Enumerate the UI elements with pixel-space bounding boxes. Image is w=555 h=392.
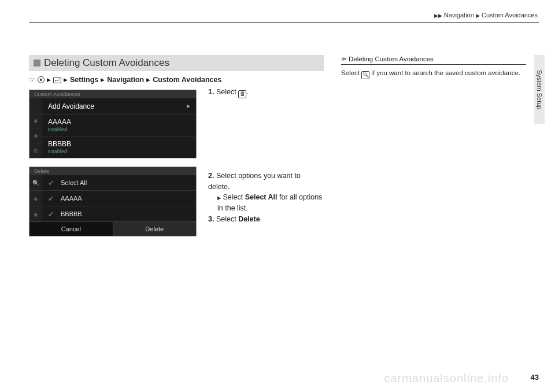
triangle-icon: ▶ [64, 77, 68, 83]
item-status: Enabled [48, 149, 190, 154]
triangle-icon: ▶ [146, 77, 150, 83]
scroll-dot-icon: ◆ [29, 128, 42, 143]
cancel-button: Cancel [29, 221, 113, 236]
item-label: AAAAA [48, 118, 71, 126]
scroll-dot-icon [29, 98, 42, 113]
triangle-icon: ▶ [476, 13, 480, 19]
check-icon: ✔ [48, 210, 56, 217]
path-segment: Navigation [107, 76, 144, 84]
divider [29, 22, 539, 23]
delete-button: Delete [113, 221, 197, 236]
scroll-dot-icon: ◆ [29, 113, 42, 128]
ss-title: Delete [29, 167, 196, 175]
scroll-dot-icon: ◆ [29, 191, 42, 206]
sidebar-note: ≫ Deleting Custom Avoidances Select 🔍 if… [341, 56, 526, 79]
triangle-icon: ▶ [101, 77, 105, 83]
item-label: Select All [61, 179, 87, 186]
screenshot-delete: Delete 🔍 ◆ ◆ ✔ Select All ✔ AAAAA ✔ BBBB… [29, 167, 197, 236]
page-number: 43 [531, 373, 539, 382]
section-title: Deleting Custom Avoidances [44, 57, 169, 69]
back-button-icon: ⮐ [53, 77, 61, 83]
step-number: 3. [208, 215, 214, 223]
breadcrumb-segment: Navigation [444, 12, 474, 19]
triangle-icon: ▶ [47, 77, 51, 83]
ss-left-column: 🔍 ◆ ◆ [29, 175, 42, 221]
list-item: ✔ AAAAA [42, 191, 196, 206]
item-label: Add Avoidance [48, 102, 94, 110]
list-item: AAAAA Enabled [42, 114, 196, 136]
path-segment: Settings [70, 76, 98, 84]
step-text-after: . [246, 88, 248, 96]
triangle-icon: ▶ [217, 195, 221, 201]
hand-icon: ☞ [29, 76, 35, 84]
navigation-path: ☞ ▶ ⮐ ▶ Settings ▶ Navigation ▶ Custom A… [29, 76, 324, 84]
screenshot-custom-avoidances: Custom Avoidances ◆ ◆ 🗑 Add Avoidance ▶ … [29, 90, 197, 158]
step-text: Select [216, 88, 238, 96]
triangle-icon: ▶ [434, 13, 438, 19]
list-item: ✔ Select All [42, 175, 196, 191]
list-item: ✔ BBBBB [42, 206, 196, 221]
list-item: BBBBB Enabled [42, 136, 196, 158]
breadcrumb: ▶▶ Navigation ▶ Custom Avoidances [434, 12, 538, 19]
path-segment: Custom Avoidances [153, 76, 221, 84]
trash-icon: 🗑 [29, 143, 42, 158]
chevron-right-icon: ▶ [187, 103, 190, 109]
side-tab: System Setup [534, 55, 545, 124]
step-3: 3. Select Delete. [208, 214, 324, 225]
step-text: Select options you want to delete. [208, 172, 301, 191]
button-row: Cancel Delete [29, 221, 196, 236]
search-icon: 🔍 [361, 71, 369, 79]
triangle-icon: ▶ [438, 13, 442, 19]
item-label: BBBBB [61, 210, 82, 217]
sidebar-title: Deleting Custom Avoidances [349, 56, 434, 62]
section-header: Deleting Custom Avoidances [29, 55, 324, 71]
watermark: carmanualsonline.info [384, 372, 509, 385]
step-subtext: ▶ Select Select All for all options in t… [208, 192, 324, 214]
check-icon: ✔ [48, 195, 56, 202]
side-tab-label: System Setup [536, 70, 543, 109]
trash-icon: 🗑 [238, 90, 246, 98]
step-number: 1. [208, 88, 214, 96]
ss-title: Custom Avoidances [29, 90, 196, 98]
item-label: AAAAA [61, 195, 82, 202]
double-triangle-icon: ≫ [341, 56, 345, 62]
square-bullet-icon [34, 60, 40, 66]
ss-left-column: ◆ ◆ 🗑 [29, 98, 42, 158]
item-status: Enabled [48, 127, 190, 132]
step-1: 1. Select 🗑. [208, 87, 324, 98]
step-number: 2. [208, 172, 214, 180]
scroll-dot-icon: ◆ [29, 206, 42, 221]
search-icon: 🔍 [29, 175, 42, 191]
item-label: BBBBB [48, 140, 71, 148]
step-2: 2. Select options you want to delete. ▶ … [208, 171, 324, 225]
list-item: Add Avoidance ▶ [42, 98, 196, 114]
check-icon: ✔ [48, 179, 56, 186]
home-button-icon [38, 76, 45, 83]
breadcrumb-segment: Custom Avoidances [482, 12, 538, 19]
